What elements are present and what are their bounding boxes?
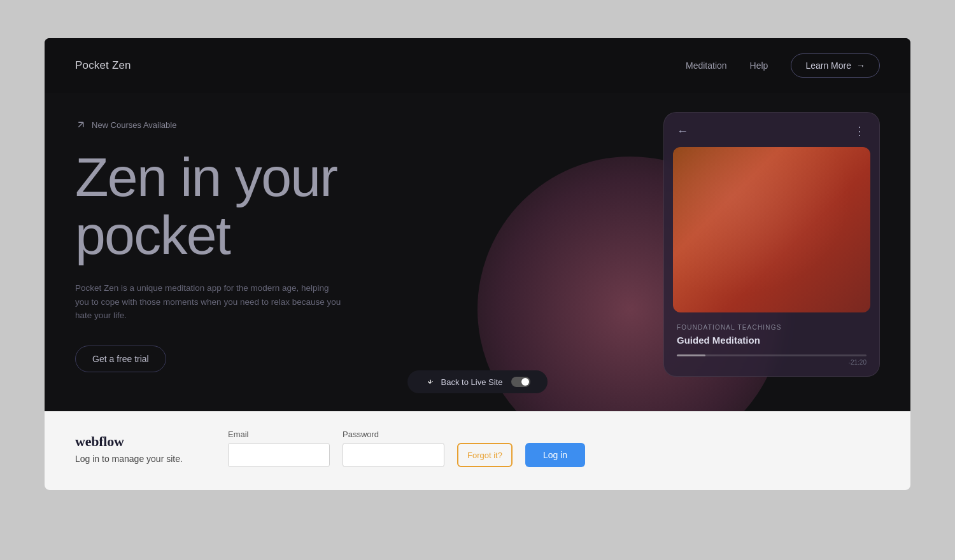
login-tagline: Log in to manage your site. xyxy=(75,454,190,464)
hero-left: New Courses Available Zen in your pocket… xyxy=(75,93,663,386)
meditation-image xyxy=(673,147,870,312)
phone-header: ← ⋮ xyxy=(664,113,879,147)
email-label: Email xyxy=(228,430,330,439)
phone-card: ← ⋮ FOUNDATIONAL TEACHINGS Guided Medita… xyxy=(663,112,880,377)
site-preview: Pocket Zen Meditation Help Learn More → … xyxy=(45,38,910,411)
forgot-password-button[interactable]: Forgot it? xyxy=(457,443,513,467)
free-trial-button[interactable]: Get a free trial xyxy=(75,346,166,372)
email-field-group: Email xyxy=(228,430,330,467)
image-overlay xyxy=(673,147,870,312)
new-courses-badge: New Courses Available xyxy=(75,119,663,130)
hero-description: Pocket Zen is a unique meditation app fo… xyxy=(75,281,343,323)
navigation: Pocket Zen Meditation Help Learn More → xyxy=(45,38,910,93)
back-icon[interactable]: ← xyxy=(677,125,688,138)
course-title: Guided Meditation xyxy=(677,335,867,346)
nav-link-help[interactable]: Help xyxy=(750,60,768,71)
password-label: Password xyxy=(343,430,444,439)
login-button[interactable]: Log in xyxy=(525,443,585,467)
webflow-logo: webflow xyxy=(75,433,190,450)
email-input[interactable] xyxy=(228,443,330,467)
webflow-brand: webflow Log in to manage your site. xyxy=(75,433,190,464)
password-field-group: Password xyxy=(343,430,444,467)
nav-right: Meditation Help Learn More → xyxy=(686,53,880,78)
learn-more-button[interactable]: Learn More → xyxy=(791,53,880,78)
login-panel: webflow Log in to manage your site. Emai… xyxy=(45,411,910,490)
back-to-live-site-bar[interactable]: Back to Live Site xyxy=(407,370,548,393)
hero-title: Zen in your pocket xyxy=(75,148,663,263)
course-category: FOUNDATIONAL TEACHINGS xyxy=(677,324,867,331)
time-remaining: -21:20 xyxy=(677,359,867,366)
password-input[interactable] xyxy=(343,443,444,467)
phone-footer: FOUNDATIONAL TEACHINGS Guided Meditation… xyxy=(664,312,879,376)
progress-bar xyxy=(677,354,867,356)
arrow-icon xyxy=(75,119,87,130)
progress-fill xyxy=(677,354,705,356)
more-icon[interactable]: ⋮ xyxy=(854,124,867,138)
phone-mockup: ← ⋮ FOUNDATIONAL TEACHINGS Guided Medita… xyxy=(663,112,880,386)
login-fields: Email Password Forgot it? Log in xyxy=(228,430,880,467)
site-logo: Pocket Zen xyxy=(75,59,131,72)
nav-link-meditation[interactable]: Meditation xyxy=(686,60,727,71)
webflow-icon xyxy=(425,377,435,387)
hero-section: New Courses Available Zen in your pocket… xyxy=(45,93,910,411)
